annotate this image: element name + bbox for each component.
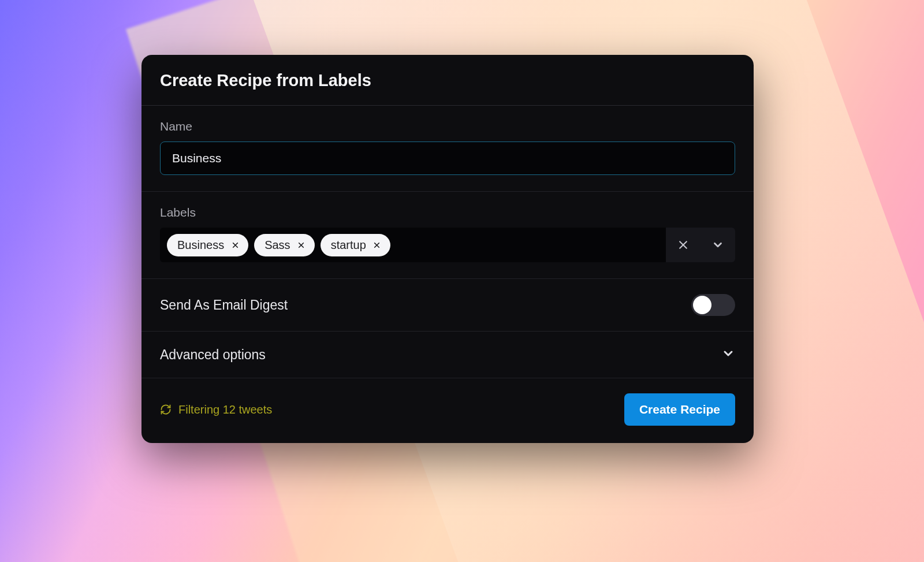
chevron-down-icon [711, 239, 724, 251]
labels-row: Business Sass startup [160, 228, 735, 262]
name-label: Name [160, 120, 735, 133]
email-digest-toggle[interactable] [691, 294, 735, 316]
name-input[interactable] [160, 142, 735, 175]
create-recipe-button[interactable]: Create Recipe [624, 393, 735, 426]
name-section: Name [141, 106, 754, 192]
email-digest-label: Send As Email Digest [160, 297, 288, 313]
chevron-down-icon [721, 347, 735, 363]
label-tag: Sass [254, 234, 314, 256]
label-tag-text: Business [177, 239, 224, 252]
advanced-options-row[interactable]: Advanced options [141, 332, 754, 378]
modal-title: Create Recipe from Labels [160, 71, 735, 90]
remove-tag-icon[interactable] [230, 240, 240, 250]
labels-tag-container[interactable]: Business Sass startup [160, 228, 666, 262]
label-tag: startup [321, 234, 390, 256]
filter-status: Filtering 12 tweets [160, 403, 272, 416]
close-icon [677, 239, 689, 251]
remove-tag-icon[interactable] [296, 240, 307, 250]
clear-labels-button[interactable] [666, 228, 701, 262]
label-tag-text: Sass [264, 239, 290, 252]
refresh-icon [160, 404, 172, 415]
labels-dropdown-button[interactable] [701, 228, 735, 262]
labels-actions [666, 228, 735, 262]
filter-status-text: Filtering 12 tweets [178, 403, 272, 416]
modal-footer: Filtering 12 tweets Create Recipe [141, 378, 754, 443]
advanced-options-label: Advanced options [160, 347, 266, 363]
modal-header: Create Recipe from Labels [141, 55, 754, 106]
label-tag-text: startup [331, 239, 366, 252]
email-digest-row: Send As Email Digest [141, 279, 754, 332]
label-tag: Business [167, 234, 248, 256]
labels-section: Labels Business Sass startup [141, 192, 754, 279]
remove-tag-icon[interactable] [372, 240, 382, 250]
create-recipe-modal: Create Recipe from Labels Name Labels Bu… [141, 55, 754, 443]
toggle-knob [693, 296, 711, 314]
labels-label: Labels [160, 206, 735, 219]
